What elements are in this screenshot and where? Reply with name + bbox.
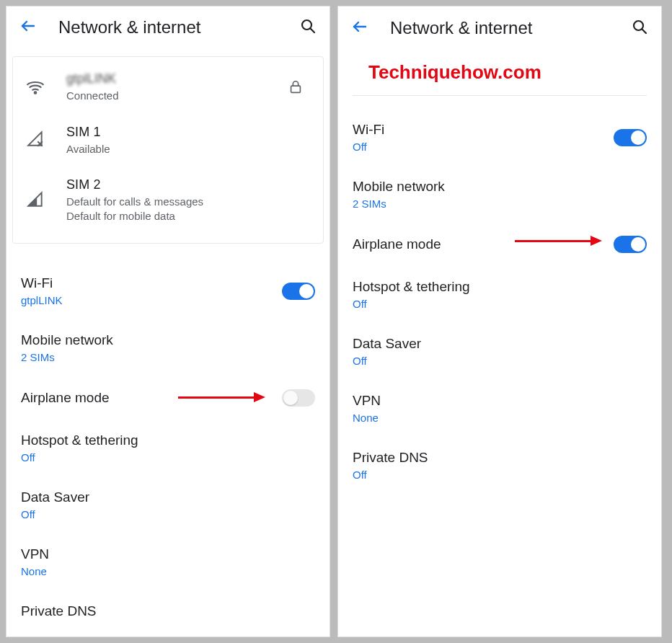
item-wifi[interactable]: Wi-Fi gtplLINK [6,262,330,319]
svg-rect-4 [291,86,301,92]
wifi-status: Connected [66,89,281,103]
wifi-toggle[interactable] [282,283,315,300]
item-sub: None [21,565,315,577]
lock-icon [281,79,310,95]
airplane-toggle[interactable] [614,236,647,253]
signal-icon [26,130,66,148]
item-title: Mobile network [21,332,315,348]
item-title: Wi-Fi [353,122,614,138]
annotation-arrow [515,236,602,246]
watermark-text: Techniquehow.com [338,50,661,89]
item-vpn[interactable]: VPN None [6,533,330,590]
wifi-icon [26,78,66,97]
item-title: Hotspot & tethering [21,433,315,448]
status-card: gtplLINK Connected SIM 1 Available SIM 2… [12,56,324,244]
svg-point-3 [35,92,37,94]
signal-icon [26,190,66,209]
item-hotspot[interactable]: Hotspot & tethering Off [338,266,661,323]
item-title: Private DNS [21,603,315,619]
item-title: Private DNS [353,450,647,466]
screenshot-right: Network & internet Techniquehow.com Wi-F… [337,6,662,637]
card-wifi-row[interactable]: gtplLINK Connected [13,61,323,113]
item-data-saver[interactable]: Data Saver Off [6,476,330,533]
airplane-toggle[interactable] [282,389,315,407]
item-sub: Off [21,508,315,520]
sim2-line2: Default for mobile data [66,209,310,223]
item-mobile-network[interactable]: Mobile network 2 SIMs [338,166,661,223]
item-sub: gtplLINK [21,294,282,306]
item-vpn[interactable]: VPN None [338,380,661,437]
app-bar: Network & internet [338,6,661,50]
item-airplane-mode[interactable]: Airplane mode [338,223,661,266]
item-title: Data Saver [21,489,315,505]
sim2-line1: Default for calls & messages [66,195,310,209]
svg-line-9 [642,30,647,34]
item-title: Mobile network [353,179,647,195]
item-title: Hotspot & tethering [353,279,647,295]
item-title: Wi-Fi [21,275,282,291]
sim2-title: SIM 2 [66,176,310,192]
settings-list: Wi-Fi Off Mobile network 2 SIMs Airplane… [338,105,661,498]
back-icon[interactable] [19,17,37,37]
sim1-status: Available [66,142,310,156]
item-title: Data Saver [353,336,647,352]
annotation-arrow [178,392,265,402]
item-sub: Off [353,469,647,481]
back-icon[interactable] [351,18,368,38]
item-hotspot[interactable]: Hotspot & tethering Off [6,420,330,476]
search-icon[interactable] [299,17,317,37]
item-sub: None [353,412,647,424]
card-sim1-row[interactable]: SIM 1 Available [13,113,323,167]
item-title: VPN [353,393,647,409]
item-airplane-mode[interactable]: Airplane mode [6,376,330,420]
settings-list: Wi-Fi gtplLINK Mobile network 2 SIMs Air… [6,258,330,637]
sim1-title: SIM 1 [66,123,310,140]
item-private-dns[interactable]: Private DNS Off [338,437,661,494]
screenshot-left: Network & internet gtplLINK Connected SI… [6,6,330,637]
wifi-name-blurred: gtplLINK [66,71,281,87]
item-sub: Off [353,298,647,310]
item-title: VPN [21,546,315,562]
item-sub: Off [353,355,647,367]
card-sim2-row[interactable]: SIM 2 Default for calls & messages Defau… [13,166,323,233]
page-title: Network & internet [390,18,631,38]
item-mobile-network[interactable]: Mobile network 2 SIMs [6,319,330,376]
item-private-dns[interactable]: Private DNS [6,590,330,632]
item-sub: Off [21,451,315,464]
item-sub: 2 SIMs [21,351,315,363]
item-sub: 2 SIMs [353,198,647,210]
item-data-saver[interactable]: Data Saver Off [338,323,661,380]
item-wifi[interactable]: Wi-Fi Off [338,109,661,166]
divider [353,95,647,96]
wifi-toggle[interactable] [614,129,647,146]
page-title: Network & internet [58,17,299,37]
item-sub: Off [353,141,614,153]
search-icon[interactable] [631,18,648,38]
svg-line-2 [311,28,315,32]
app-bar: Network & internet [6,6,330,48]
